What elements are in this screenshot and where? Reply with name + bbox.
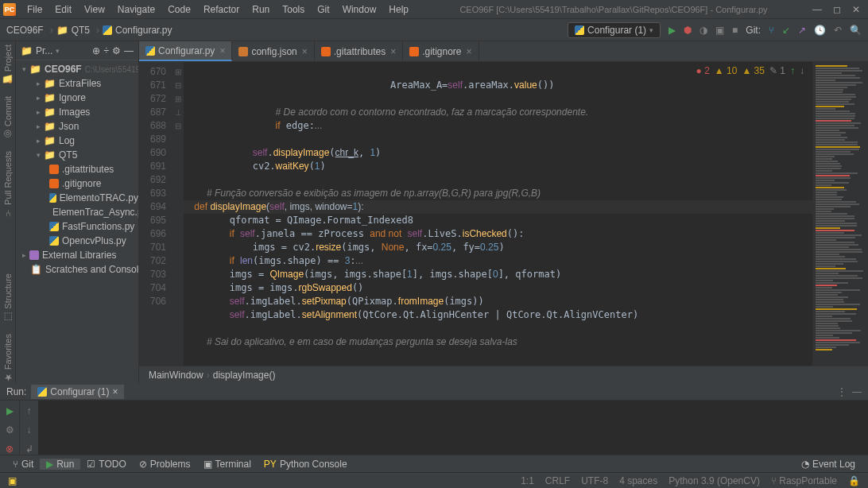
run-tool-btn[interactable]: ▶ Run [40, 459, 80, 470]
menu-file[interactable]: File [21, 0, 48, 19]
minimize-icon[interactable]: — [812, 4, 822, 15]
coverage-icon[interactable]: ◑ [699, 25, 707, 36]
git-tool-btn[interactable]: ⑂ Git [6, 459, 40, 470]
menu-git[interactable]: Git [311, 0, 335, 19]
tree-folder[interactable]: ▸📁 ExtraFiles [16, 76, 138, 91]
error-indicator-icon[interactable]: ● 2 [696, 65, 710, 76]
run-hide-icon[interactable]: — [852, 386, 862, 397]
git-branch-icon[interactable]: ⑂ [769, 25, 774, 36]
tree-collapse-icon[interactable]: ⊕ [92, 45, 100, 56]
maximize-icon[interactable]: ◻ [833, 4, 841, 15]
typo-indicator-icon[interactable]: ✎ 1 [769, 65, 785, 76]
menu-window[interactable]: Window [336, 0, 383, 19]
git-history-icon[interactable]: 🕓 [814, 25, 826, 36]
run-close-icon[interactable]: ⊗ [6, 443, 14, 455]
tree-folder[interactable]: ▸📁 Ignore [16, 91, 138, 105]
tab-gitignore[interactable]: .gitignore× [403, 41, 479, 61]
terminal-tool-btn[interactable]: ▣ Terminal [197, 459, 258, 470]
wrap-icon[interactable]: ↲ [25, 443, 33, 455]
interpreter[interactable]: Python 3.9 (OpenCV) [668, 475, 760, 486]
debug-icon[interactable]: ⬢ [684, 25, 692, 36]
menu-view[interactable]: View [78, 0, 111, 19]
run-settings-icon[interactable]: ⚙ [6, 424, 14, 436]
menu-code[interactable]: Code [161, 0, 197, 19]
git-revert-icon[interactable]: ↶ [834, 25, 842, 36]
crumb-file[interactable]: Configurar.py [103, 25, 172, 36]
menu-navigate[interactable]: Navigate [111, 0, 161, 19]
tree-folder[interactable]: ▸📁 Images [16, 105, 138, 119]
crumb-folder[interactable]: 📁QT5 [56, 25, 90, 36]
step-down-icon[interactable]: ↓ [27, 424, 32, 436]
tree-gear-icon[interactable]: ⚙ [112, 45, 121, 56]
tab-configurar[interactable]: Configurar.py× [139, 41, 232, 61]
line-sep[interactable]: CRLF [545, 475, 570, 486]
crumb-project[interactable]: CEO96F [6, 25, 44, 36]
tab-gitattributes[interactable]: .gitattributes× [315, 41, 403, 61]
menu-refactor[interactable]: Refactor [197, 0, 246, 19]
tab-close-icon[interactable]: × [467, 46, 472, 57]
code-content[interactable]: AreaMax_A=self.areaMax.value()) # De aco… [184, 62, 812, 366]
indent[interactable]: 4 spaces [619, 475, 657, 486]
step-up-icon[interactable]: ↑ [27, 405, 32, 416]
tab-close-icon[interactable]: × [219, 45, 225, 56]
rerun-icon[interactable]: ▶ [6, 405, 14, 416]
tree-folder[interactable]: ▸📁 Log [16, 134, 138, 148]
tree-folder-open[interactable]: ▾📁 QT5 [16, 148, 138, 162]
tab-close-icon[interactable]: × [302, 46, 308, 57]
tab-close-icon[interactable]: × [112, 386, 118, 397]
tree-scratches[interactable]: 📋 Scratches and Consoles [16, 262, 138, 277]
tree-root[interactable]: ▾📁 CEO96F C:\Users\55419\Tra [16, 62, 138, 76]
tab-config-json[interactable]: config.json× [232, 41, 314, 61]
favorites-tool-btn[interactable]: ★Favorites [3, 334, 13, 383]
tree-file[interactable]: ElemenTrac_Async.py [16, 205, 138, 219]
todo-tool-btn[interactable]: ☑ TODO [80, 459, 132, 470]
warning-indicator-icon[interactable]: ▲ 10 [715, 65, 738, 76]
git-branch[interactable]: ⑂ RaspPortable [771, 475, 837, 486]
search-everywhere-icon[interactable]: 🔍 [850, 25, 862, 36]
structure-tool-btn[interactable]: ⬚Structure [3, 273, 13, 323]
editor-breadcrumb[interactable]: MainWindow › displayImage() [139, 366, 868, 383]
tree-hide-icon[interactable]: — [124, 45, 134, 56]
tree-extlib[interactable]: ▸ External Libraries [16, 248, 138, 262]
weak-warning-indicator-icon[interactable]: ▲ 35 [742, 65, 765, 76]
run-more-icon[interactable]: ⋮ [837, 386, 847, 397]
tree-expand-icon[interactable]: ÷ [103, 45, 109, 56]
menu-run[interactable]: Run [246, 0, 276, 19]
tree-file[interactable]: FastFunctions.py [16, 219, 138, 234]
close-icon[interactable]: ✕ [852, 4, 860, 15]
run-tab[interactable]: Configurar (1) × [31, 385, 124, 399]
menu-edit[interactable]: Edit [48, 0, 78, 19]
stop-icon[interactable]: ■ [732, 25, 738, 36]
tab-close-icon[interactable]: × [390, 46, 396, 57]
tree-file[interactable]: .gitignore [16, 176, 138, 191]
run-config-selector[interactable]: Configurar (1) ▾ [568, 22, 661, 38]
pullreq-tool-btn[interactable]: ⑂Pull Requests [3, 151, 13, 219]
project-tool-btn[interactable]: 📁Project [2, 45, 14, 85]
intentions-icon[interactable]: ▣ [8, 475, 17, 486]
profile-icon[interactable]: ▣ [715, 25, 724, 36]
problems-tool-btn[interactable]: ⊘ Problems [133, 459, 197, 470]
pyconsole-tool-btn[interactable]: PY Python Console [258, 459, 354, 470]
menu-help[interactable]: Help [382, 0, 415, 19]
git-push-icon[interactable]: ↗ [798, 25, 806, 36]
nav-up-icon[interactable]: ↑ [790, 65, 795, 76]
commit-tool-btn[interactable]: ◎Commit [3, 96, 13, 140]
tree-folder[interactable]: ▸📁 Json [16, 119, 138, 134]
tree-file[interactable]: ElementoTRAC.py [16, 191, 138, 205]
eventlog-btn[interactable]: ◔ Event Log [795, 459, 862, 470]
encoding[interactable]: UTF-8 [581, 475, 608, 486]
caret-position[interactable]: 1:1 [521, 475, 534, 486]
tree-file[interactable]: OpencvPlus.py [16, 234, 138, 248]
lock-icon[interactable]: 🔒 [848, 475, 860, 486]
fold-column[interactable]: ⊞⊟⊞⊥⊟ [172, 62, 184, 366]
minimap[interactable] [812, 62, 868, 366]
nav-down-icon[interactable]: ↓ [800, 65, 804, 76]
git-update-icon[interactable]: ↙ [782, 25, 790, 36]
run-icon[interactable]: ▶ [668, 25, 676, 36]
tree-header[interactable]: 📁 Pr... ▾⊕ ÷ ⚙ — [16, 41, 138, 60]
tree-file[interactable]: .gitattributes [16, 162, 138, 176]
menu-tools[interactable]: Tools [276, 0, 311, 19]
run-output[interactable] [38, 401, 868, 455]
editor[interactable]: 6706716726876886896906916926936946956967… [139, 62, 868, 366]
inspection-indicators[interactable]: ● 2 ▲ 10 ▲ 35 ✎ 1 ↑ ↓ [696, 65, 804, 76]
